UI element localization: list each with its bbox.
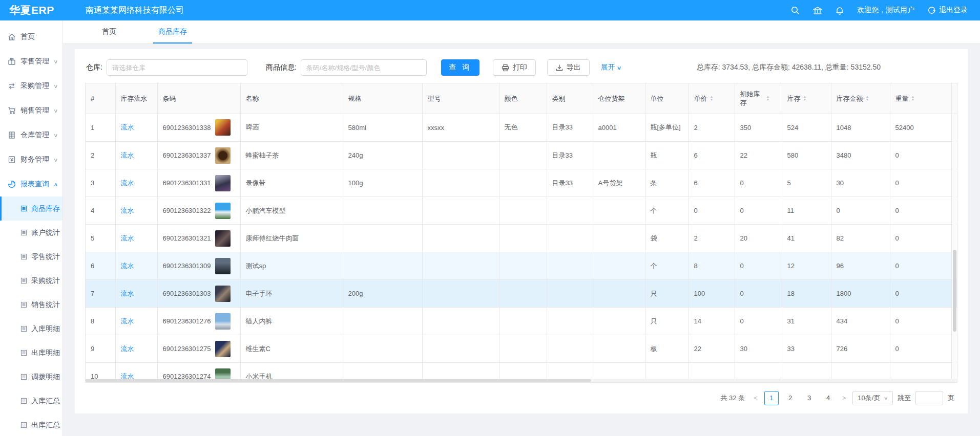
vertical-scrollbar-track (952, 114, 956, 379)
cell-name: 小米手机 (240, 363, 343, 379)
flow-link[interactable]: 流水 (121, 290, 134, 297)
product-thumbnail[interactable] (215, 313, 231, 330)
sidebar-subitem-销售统计[interactable]: 销售统计 (0, 293, 62, 317)
barcode-value: 6901236301275 (163, 345, 211, 353)
flow-link[interactable]: 流水 (121, 123, 134, 131)
print-button[interactable]: 打印 (493, 59, 536, 76)
sidebar-item-sales[interactable]: 销售管理 ∨ (0, 98, 62, 123)
page-button-1[interactable]: 1 (764, 391, 779, 405)
flow-link[interactable]: 流水 (121, 373, 134, 379)
column-header-初始库存[interactable]: 初始库存▲▼ (735, 83, 782, 114)
cell-name: 康师傅红烧牛肉面 (240, 225, 343, 252)
next-page-button[interactable]: > (840, 394, 848, 402)
sidebar-subitem-调拨明细[interactable]: 调拨明细 (0, 365, 62, 389)
search-icon[interactable] (791, 6, 800, 15)
column-header-规格: 规格 (343, 83, 422, 114)
product-thumbnail[interactable] (215, 341, 231, 357)
sidebar-item-home[interactable]: 首页 (0, 25, 62, 49)
column-header-库存金额[interactable]: 库存金额▲▼ (831, 83, 890, 114)
tab-inventory[interactable]: 商品库存 (153, 20, 192, 43)
flow-link[interactable]: 流水 (121, 179, 134, 187)
logout-icon (928, 6, 936, 14)
cell-color (499, 252, 547, 280)
page-size-select[interactable]: 10条/页 ∨ (852, 391, 893, 405)
product-thumbnail[interactable] (215, 230, 231, 247)
sidebar-subitem-出库明细[interactable]: 出库明细 (0, 341, 62, 365)
jump-page-input[interactable] (915, 391, 943, 405)
platform-building-icon[interactable] (813, 6, 822, 15)
cell-amount (831, 363, 890, 379)
cell-spec (343, 363, 422, 379)
page-button-4[interactable]: 4 (821, 391, 836, 405)
sort-caret-icon[interactable]: ▲▼ (911, 95, 915, 101)
sidebar-subitem-零售统计[interactable]: 零售统计 (0, 245, 62, 269)
product-thumbnail[interactable] (215, 258, 231, 274)
cell-shelf: a0001 (593, 114, 645, 142)
report-doc-icon (20, 422, 27, 428)
product-thumbnail[interactable] (215, 119, 231, 136)
pagination-total: 共 32 条 (720, 394, 745, 403)
chevron-down-icon: ∨ (53, 59, 58, 64)
sort-caret-icon[interactable]: ▲▼ (710, 95, 714, 101)
logout-button[interactable]: 退出登录 (928, 6, 968, 15)
tab-home[interactable]: 首页 (97, 20, 121, 43)
product-thumbnail[interactable] (215, 368, 231, 379)
sidebar-item-retail[interactable]: 零售管理 ∨ (0, 49, 62, 74)
chevron-down-icon: ∨ (616, 65, 621, 71)
row-index: 1 (86, 114, 115, 142)
sort-caret-icon[interactable]: ▲▼ (866, 95, 869, 101)
cell-weight: 0 (890, 142, 951, 169)
horizontal-scrollbar[interactable] (86, 379, 591, 382)
warehouse-select-input[interactable] (107, 59, 247, 76)
column-header-库存[interactable]: 库存▲▼ (782, 83, 831, 114)
product-thumbnail[interactable] (215, 203, 231, 219)
cell-price: 6 (689, 169, 735, 197)
expand-toggle-link[interactable]: 展开 ∨ (601, 63, 621, 72)
column-header-单价[interactable]: 单价▲▼ (689, 83, 735, 114)
flow-link[interactable]: 流水 (121, 262, 134, 270)
cell-stock: 33 (782, 335, 831, 363)
notification-bell-icon[interactable] (836, 6, 844, 15)
cell-init_stock: 30 (735, 335, 782, 363)
sidebar-subitem-商品库存[interactable]: 商品库存 (0, 197, 62, 221)
sidebar-subitem-入库汇总[interactable]: 入库汇总 (0, 389, 62, 413)
sidebar-subitem-出库汇总[interactable]: 出库汇总 (0, 413, 62, 436)
column-header-重量[interactable]: 重量▲▼ (890, 83, 951, 114)
cell-shelf (593, 142, 645, 169)
sidebar-item-reports[interactable]: 报表查询 ∧ (0, 172, 62, 197)
row-index: 5 (86, 225, 115, 252)
flow-link[interactable]: 流水 (121, 317, 134, 325)
sort-caret-icon[interactable]: ▲▼ (766, 95, 770, 101)
product-thumbnail[interactable] (215, 147, 231, 164)
flow-link[interactable]: 流水 (121, 234, 134, 242)
flow-link[interactable]: 流水 (121, 151, 134, 159)
search-button[interactable]: 查 询 (441, 59, 479, 76)
sidebar-item-purchase[interactable]: 采购管理 ∨ (0, 74, 62, 98)
report-doc-icon (20, 253, 27, 260)
product-info-input[interactable] (301, 59, 427, 76)
flow-link[interactable]: 流水 (121, 345, 134, 353)
cell-weight: 0 (890, 169, 951, 197)
sidebar-subitem-账户统计[interactable]: 账户统计 (0, 221, 62, 245)
cell-amount: 0 (831, 197, 890, 225)
cell-stock: 18 (782, 280, 831, 308)
cell-color (499, 335, 547, 363)
sidebar-item-finance[interactable]: 财务管理 ∨ (0, 147, 62, 172)
page-button-3[interactable]: 3 (802, 391, 817, 405)
prev-page-button[interactable]: < (752, 394, 760, 402)
sort-caret-icon[interactable]: ▲▼ (803, 95, 807, 101)
sidebar-subitem-入库明细[interactable]: 入库明细 (0, 317, 62, 341)
flow-link[interactable]: 流水 (121, 207, 134, 214)
product-thumbnail[interactable] (215, 175, 231, 191)
product-thumbnail[interactable] (215, 286, 231, 302)
vertical-scrollbar[interactable] (953, 250, 956, 332)
report-doc-icon (20, 350, 27, 356)
page-button-2[interactable]: 2 (783, 391, 798, 405)
export-button[interactable]: 导出 (547, 59, 590, 76)
sidebar-item-warehouse[interactable]: 仓库管理 ∨ (0, 123, 62, 147)
cell-init_stock: 0 (735, 308, 782, 335)
sidebar-subitem-采购统计[interactable]: 采购统计 (0, 269, 62, 293)
column-header-仓位货架: 仓位货架 (593, 83, 645, 114)
cell-model (422, 308, 499, 335)
report-doc-icon (20, 301, 27, 308)
